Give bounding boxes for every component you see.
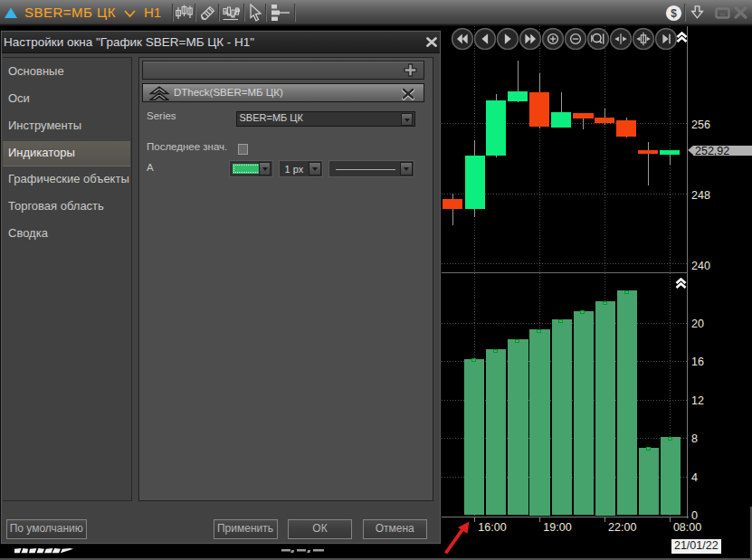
svg-text:$: $ xyxy=(671,7,677,20)
